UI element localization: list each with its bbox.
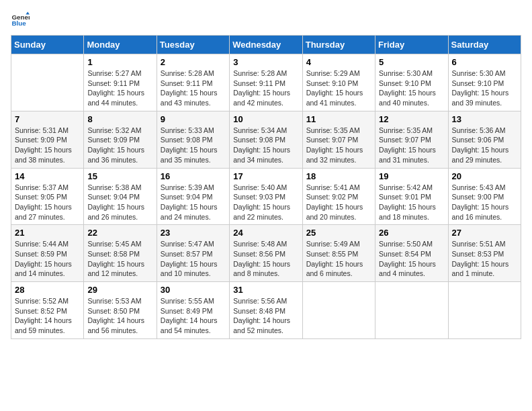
- day-number: 11: [306, 114, 371, 124]
- week-row-2: 7 Sunrise: 5:31 AMSunset: 9:09 PMDayligh…: [11, 111, 521, 168]
- logo-icon: General Blue: [11, 11, 30, 30]
- day-number: 27: [452, 228, 517, 238]
- day-info: Sunrise: 5:28 AMSunset: 9:11 PMDaylight:…: [233, 68, 298, 108]
- calendar-cell: 17 Sunrise: 5:40 AMSunset: 9:03 PMDaylig…: [230, 168, 302, 225]
- day-info: Sunrise: 5:33 AMSunset: 9:08 PMDaylight:…: [161, 126, 226, 165]
- day-info: Sunrise: 5:51 AMSunset: 8:53 PMDaylight:…: [452, 239, 517, 279]
- day-number: 5: [379, 57, 444, 67]
- day-number: 6: [452, 57, 517, 67]
- day-number: 4: [306, 57, 371, 67]
- day-number: 30: [161, 285, 226, 295]
- calendar-cell: 24 Sunrise: 5:48 AMSunset: 8:56 PMDaylig…: [230, 225, 302, 282]
- calendar-cell: 26 Sunrise: 5:50 AMSunset: 8:54 PMDaylig…: [375, 225, 448, 282]
- calendar-cell: 10 Sunrise: 5:34 AMSunset: 9:08 PMDaylig…: [230, 111, 302, 168]
- day-number: 19: [379, 171, 444, 181]
- day-number: 8: [87, 114, 152, 124]
- day-number: 22: [87, 228, 152, 238]
- calendar-cell: 15 Sunrise: 5:38 AMSunset: 9:04 PMDaylig…: [84, 168, 157, 225]
- week-row-4: 21 Sunrise: 5:44 AMSunset: 8:59 PMDaylig…: [11, 225, 521, 282]
- day-info: Sunrise: 5:31 AMSunset: 9:09 PMDaylight:…: [15, 126, 80, 165]
- calendar-cell: 16 Sunrise: 5:39 AMSunset: 9:04 PMDaylig…: [157, 168, 229, 225]
- day-number: 2: [161, 57, 226, 67]
- day-info: Sunrise: 5:32 AMSunset: 9:09 PMDaylight:…: [87, 126, 152, 165]
- day-info: Sunrise: 5:28 AMSunset: 9:11 PMDaylight:…: [161, 68, 226, 108]
- day-number: 7: [15, 114, 80, 124]
- day-info: Sunrise: 5:55 AMSunset: 8:49 PMDaylight:…: [161, 296, 226, 336]
- day-number: 28: [15, 285, 80, 295]
- calendar-table: SundayMondayTuesdayWednesdayThursdayFrid…: [11, 35, 521, 339]
- day-info: Sunrise: 5:41 AMSunset: 9:02 PMDaylight:…: [306, 183, 371, 222]
- calendar-cell: 13 Sunrise: 5:36 AMSunset: 9:06 PMDaylig…: [448, 111, 521, 168]
- day-info: Sunrise: 5:30 AMSunset: 9:10 PMDaylight:…: [452, 68, 517, 108]
- calendar-cell: 20 Sunrise: 5:43 AMSunset: 9:00 PMDaylig…: [448, 168, 521, 225]
- day-number: 12: [379, 114, 444, 124]
- calendar-cell: [302, 282, 375, 339]
- header-day-sunday: Sunday: [11, 36, 84, 54]
- day-info: Sunrise: 5:36 AMSunset: 9:06 PMDaylight:…: [452, 126, 517, 165]
- day-info: Sunrise: 5:49 AMSunset: 8:55 PMDaylight:…: [306, 239, 371, 279]
- day-info: Sunrise: 5:47 AMSunset: 8:57 PMDaylight:…: [161, 239, 226, 279]
- calendar-cell: [448, 282, 521, 339]
- day-number: 25: [306, 228, 371, 238]
- calendar-cell: 30 Sunrise: 5:55 AMSunset: 8:49 PMDaylig…: [157, 282, 229, 339]
- header-day-tuesday: Tuesday: [157, 36, 229, 54]
- day-number: 23: [161, 228, 226, 238]
- calendar-cell: 19 Sunrise: 5:42 AMSunset: 9:01 PMDaylig…: [375, 168, 448, 225]
- calendar-cell: 4 Sunrise: 5:29 AMSunset: 9:10 PMDayligh…: [302, 54, 375, 111]
- calendar-cell: 18 Sunrise: 5:41 AMSunset: 9:02 PMDaylig…: [302, 168, 375, 225]
- day-number: 16: [161, 171, 226, 181]
- day-number: 10: [233, 114, 298, 124]
- header-day-saturday: Saturday: [448, 36, 521, 54]
- header-day-wednesday: Wednesday: [230, 36, 302, 54]
- calendar-cell: 28 Sunrise: 5:52 AMSunset: 8:52 PMDaylig…: [11, 282, 84, 339]
- day-info: Sunrise: 5:38 AMSunset: 9:04 PMDaylight:…: [87, 183, 152, 222]
- calendar-cell: 11 Sunrise: 5:35 AMSunset: 9:07 PMDaylig…: [302, 111, 375, 168]
- day-info: Sunrise: 5:35 AMSunset: 9:07 PMDaylight:…: [306, 126, 371, 165]
- day-number: 20: [452, 171, 517, 181]
- calendar-cell: 9 Sunrise: 5:33 AMSunset: 9:08 PMDayligh…: [157, 111, 229, 168]
- day-number: 9: [161, 114, 226, 124]
- calendar-cell: 21 Sunrise: 5:44 AMSunset: 8:59 PMDaylig…: [11, 225, 84, 282]
- day-info: Sunrise: 5:45 AMSunset: 8:58 PMDaylight:…: [87, 239, 152, 279]
- week-row-5: 28 Sunrise: 5:52 AMSunset: 8:52 PMDaylig…: [11, 282, 521, 339]
- day-info: Sunrise: 5:56 AMSunset: 8:48 PMDaylight:…: [233, 296, 298, 336]
- day-info: Sunrise: 5:27 AMSunset: 9:11 PMDaylight:…: [87, 68, 152, 108]
- header: General Blue: [11, 11, 521, 30]
- header-row: SundayMondayTuesdayWednesdayThursdayFrid…: [11, 36, 521, 54]
- calendar-cell: 6 Sunrise: 5:30 AMSunset: 9:10 PMDayligh…: [448, 54, 521, 111]
- header-day-thursday: Thursday: [302, 36, 375, 54]
- day-number: 18: [306, 171, 371, 181]
- calendar-cell: 25 Sunrise: 5:49 AMSunset: 8:55 PMDaylig…: [302, 225, 375, 282]
- day-info: Sunrise: 5:48 AMSunset: 8:56 PMDaylight:…: [233, 239, 298, 279]
- calendar-cell: 29 Sunrise: 5:53 AMSunset: 8:50 PMDaylig…: [84, 282, 157, 339]
- day-info: Sunrise: 5:53 AMSunset: 8:50 PMDaylight:…: [87, 296, 152, 336]
- day-info: Sunrise: 5:50 AMSunset: 8:54 PMDaylight:…: [379, 239, 444, 279]
- calendar-cell: 14 Sunrise: 5:37 AMSunset: 9:05 PMDaylig…: [11, 168, 84, 225]
- calendar-cell: 3 Sunrise: 5:28 AMSunset: 9:11 PMDayligh…: [230, 54, 302, 111]
- calendar-cell: 5 Sunrise: 5:30 AMSunset: 9:10 PMDayligh…: [375, 54, 448, 111]
- day-number: 14: [15, 171, 80, 181]
- header-day-monday: Monday: [84, 36, 157, 54]
- logo: General Blue: [11, 11, 30, 30]
- day-number: 13: [452, 114, 517, 124]
- week-row-3: 14 Sunrise: 5:37 AMSunset: 9:05 PMDaylig…: [11, 168, 521, 225]
- day-number: 31: [233, 285, 298, 295]
- day-number: 3: [233, 57, 298, 67]
- day-info: Sunrise: 5:29 AMSunset: 9:10 PMDaylight:…: [306, 68, 371, 108]
- day-number: 17: [233, 171, 298, 181]
- day-info: Sunrise: 5:30 AMSunset: 9:10 PMDaylight:…: [379, 68, 444, 108]
- week-row-1: 1 Sunrise: 5:27 AMSunset: 9:11 PMDayligh…: [11, 54, 521, 111]
- calendar-cell: 2 Sunrise: 5:28 AMSunset: 9:11 PMDayligh…: [157, 54, 229, 111]
- day-info: Sunrise: 5:42 AMSunset: 9:01 PMDaylight:…: [379, 183, 444, 222]
- day-info: Sunrise: 5:40 AMSunset: 9:03 PMDaylight:…: [233, 183, 298, 222]
- day-number: 1: [87, 57, 152, 67]
- header-day-friday: Friday: [375, 36, 448, 54]
- calendar-cell: 1 Sunrise: 5:27 AMSunset: 9:11 PMDayligh…: [84, 54, 157, 111]
- day-number: 21: [15, 228, 80, 238]
- day-info: Sunrise: 5:44 AMSunset: 8:59 PMDaylight:…: [15, 239, 80, 279]
- calendar-cell: 27 Sunrise: 5:51 AMSunset: 8:53 PMDaylig…: [448, 225, 521, 282]
- calendar-cell: 12 Sunrise: 5:35 AMSunset: 9:07 PMDaylig…: [375, 111, 448, 168]
- day-info: Sunrise: 5:37 AMSunset: 9:05 PMDaylight:…: [15, 183, 80, 222]
- calendar-cell: [375, 282, 448, 339]
- day-number: 29: [87, 285, 152, 295]
